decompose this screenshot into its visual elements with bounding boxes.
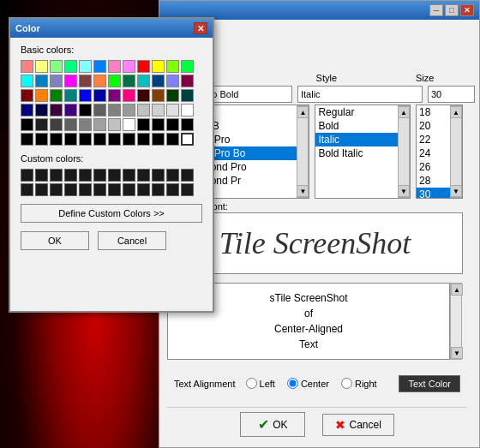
- scroll-down[interactable]: ▼: [398, 185, 410, 197]
- color-swatch[interactable]: [35, 118, 48, 131]
- color-swatch[interactable]: [21, 89, 33, 102]
- maximize-btn[interactable]: □: [445, 4, 459, 16]
- color-swatch[interactable]: [137, 75, 150, 87]
- color-swatch[interactable]: [123, 104, 135, 116]
- color-swatch[interactable]: [152, 60, 165, 73]
- color-swatch[interactable]: [21, 104, 33, 116]
- color-swatch[interactable]: [137, 60, 150, 73]
- color-dialog-close-button[interactable]: ✕: [194, 22, 207, 34]
- color-swatch[interactable]: [35, 133, 48, 146]
- color-swatch[interactable]: [108, 104, 121, 116]
- color-swatch[interactable]: [50, 89, 63, 102]
- style-list[interactable]: Regular Bold Italic Bold Italic: [315, 105, 398, 198]
- color-ok-button[interactable]: OK: [21, 231, 89, 250]
- custom-swatch[interactable]: [166, 183, 179, 196]
- color-swatch[interactable]: [64, 60, 77, 73]
- style-item[interactable]: Regular: [315, 105, 398, 119]
- size-item-selected[interactable]: 30: [417, 188, 450, 198]
- size-item[interactable]: 26: [417, 160, 450, 174]
- close-btn[interactable]: ✕: [460, 4, 474, 16]
- color-swatch[interactable]: [152, 75, 165, 87]
- color-swatch[interactable]: [64, 118, 77, 131]
- color-cancel-button[interactable]: Cancel: [98, 231, 166, 250]
- color-swatch[interactable]: [79, 133, 92, 146]
- custom-swatch[interactable]: [93, 183, 106, 196]
- color-swatch[interactable]: [181, 104, 194, 116]
- color-swatch[interactable]: [152, 89, 165, 102]
- color-swatch[interactable]: [123, 133, 135, 146]
- color-swatch[interactable]: [108, 89, 121, 102]
- custom-swatch[interactable]: [181, 183, 194, 196]
- center-radio-label[interactable]: Center: [287, 378, 329, 389]
- color-swatch[interactable]: [123, 118, 135, 131]
- color-swatch[interactable]: [64, 133, 77, 146]
- minimize-btn[interactable]: ─: [429, 4, 443, 16]
- color-swatch[interactable]: [35, 104, 48, 116]
- color-swatch[interactable]: [21, 118, 33, 131]
- color-swatch[interactable]: [93, 118, 106, 131]
- custom-swatch[interactable]: [79, 169, 92, 182]
- color-swatch[interactable]: [21, 60, 33, 73]
- color-swatch[interactable]: [21, 75, 33, 87]
- scroll-up[interactable]: ▲: [450, 106, 462, 118]
- color-swatch[interactable]: [35, 89, 48, 102]
- color-swatch[interactable]: [108, 118, 121, 131]
- size-item[interactable]: 24: [417, 146, 450, 160]
- ok-button[interactable]: ✔ OK: [240, 412, 305, 437]
- color-swatch[interactable]: [79, 104, 92, 116]
- custom-swatch[interactable]: [137, 183, 150, 196]
- custom-swatch[interactable]: [79, 183, 92, 196]
- color-swatch[interactable]: [64, 75, 77, 87]
- color-swatch[interactable]: [137, 89, 150, 102]
- custom-swatch[interactable]: [93, 169, 106, 182]
- custom-swatch[interactable]: [50, 183, 63, 196]
- color-swatch[interactable]: [137, 133, 150, 146]
- size-input[interactable]: [428, 86, 475, 103]
- color-swatch[interactable]: [79, 60, 92, 73]
- color-swatch[interactable]: [79, 75, 92, 87]
- color-swatch[interactable]: [93, 133, 106, 146]
- custom-swatch[interactable]: [123, 169, 135, 182]
- font-scrollbar[interactable]: ▲ ▼: [297, 105, 309, 198]
- custom-swatch[interactable]: [137, 169, 150, 182]
- color-swatch[interactable]: [108, 75, 121, 87]
- color-swatch[interactable]: [166, 60, 179, 73]
- scroll-down-arrow[interactable]: ▼: [451, 347, 463, 359]
- color-swatch[interactable]: [137, 118, 150, 131]
- custom-swatch[interactable]: [181, 169, 194, 182]
- color-swatch[interactable]: [79, 118, 92, 131]
- color-swatch[interactable]: [93, 60, 106, 73]
- custom-swatch[interactable]: [123, 183, 135, 196]
- color-swatch[interactable]: [64, 104, 77, 116]
- color-swatch[interactable]: [108, 60, 121, 73]
- text-color-button[interactable]: Text Color: [399, 375, 460, 392]
- cancel-button[interactable]: ✖ Cancel: [322, 414, 393, 436]
- color-swatch[interactable]: [35, 75, 48, 87]
- custom-swatch[interactable]: [50, 169, 63, 182]
- size-scrollbar[interactable]: ▲ ▼: [450, 105, 462, 198]
- right-radio[interactable]: [341, 378, 352, 389]
- color-swatch[interactable]: [64, 89, 77, 102]
- style-scrollbar[interactable]: ▲ ▼: [398, 105, 410, 198]
- custom-swatch[interactable]: [152, 183, 165, 196]
- color-swatch[interactable]: [21, 133, 33, 146]
- color-swatch[interactable]: [123, 60, 135, 73]
- color-swatch[interactable]: [50, 75, 63, 87]
- custom-swatch[interactable]: [108, 183, 121, 196]
- size-item[interactable]: 22: [417, 133, 450, 146]
- color-swatch[interactable]: [166, 104, 179, 116]
- color-swatch[interactable]: [35, 60, 48, 73]
- color-swatch[interactable]: [152, 133, 165, 146]
- size-item[interactable]: 20: [417, 119, 450, 133]
- color-swatch[interactable]: [152, 118, 165, 131]
- color-swatch[interactable]: [50, 133, 63, 146]
- custom-swatch[interactable]: [152, 169, 165, 182]
- color-swatch[interactable]: [181, 75, 194, 87]
- text-preview-scrollbar[interactable]: ▲ ▼: [450, 283, 462, 360]
- color-swatch[interactable]: [108, 133, 121, 146]
- size-item[interactable]: 28: [417, 174, 450, 188]
- color-swatch[interactable]: [93, 89, 106, 102]
- scroll-down[interactable]: ▼: [297, 185, 309, 197]
- custom-swatch[interactable]: [108, 169, 121, 182]
- size-list[interactable]: 18 20 22 24 26 28 30: [417, 105, 450, 198]
